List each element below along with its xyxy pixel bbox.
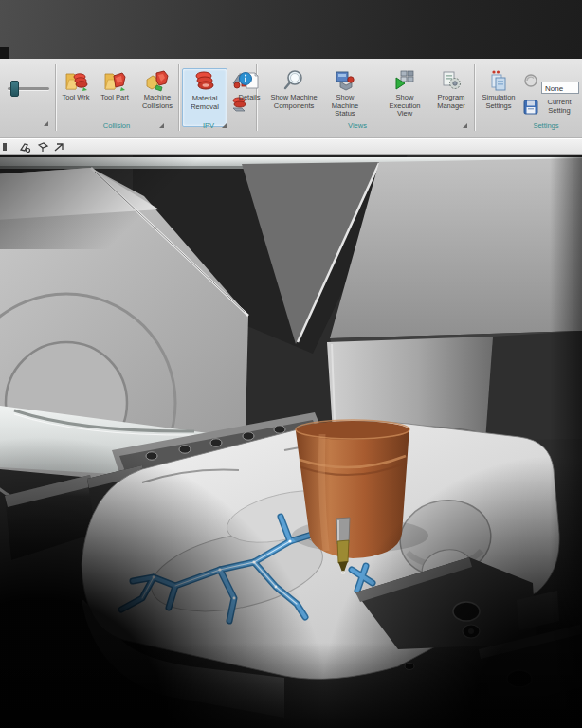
tool-part-button[interactable]: Tool Part: [96, 68, 134, 125]
material-removal-button[interactable]: Material Removal: [182, 68, 227, 127]
view-machine-icon[interactable]: [53, 141, 65, 154]
machine-collisions-icon: [145, 68, 170, 93]
show-machine-status-button[interactable]: Show Machine Status: [322, 68, 368, 125]
simulation-settings-button[interactable]: Simulation Settings: [478, 68, 519, 125]
show-execution-view-label: Show Execution View: [381, 94, 428, 118]
group-divider: [474, 64, 475, 131]
details-label: Details: [239, 94, 261, 102]
reset-setting-icon[interactable]: [522, 72, 539, 89]
program-manager-button[interactable]: Program Manager: [430, 68, 472, 125]
tool-wrk-button[interactable]: Tool Wrk: [57, 68, 95, 125]
program-manager-label: Program Manager: [430, 94, 472, 110]
strip-marker-icon: [2, 141, 8, 153]
simulation-viewport[interactable]: [0, 155, 582, 728]
top-dark-bar: [0, 0, 582, 59]
simulation-speed-slider-handle[interactable]: [10, 81, 19, 97]
simulation-settings-label: Simulation Settings: [478, 94, 519, 110]
slider-group-launcher-icon[interactable]: [44, 121, 48, 126]
program-manager-icon: [439, 68, 464, 93]
machine-collisions-button[interactable]: Machine Collisions: [135, 68, 180, 125]
show-machine-status-icon: [333, 68, 357, 93]
material-removal-icon: [192, 69, 217, 94]
window-tab-notch: [0, 47, 9, 59]
machine-simulation-ribbon: Tool Wrk Tool Part Machine Collisions: [0, 59, 582, 138]
group-divider: [55, 64, 56, 131]
simulation-settings-icon: [486, 68, 511, 93]
settings-group-label: Settings: [512, 121, 580, 130]
details-icon: [237, 68, 262, 93]
tool-part-icon: [102, 68, 127, 93]
tool-part-label: Tool Part: [100, 94, 129, 102]
collision-group-launcher-icon[interactable]: [159, 123, 164, 128]
current-setting-dropdown[interactable]: None: [541, 82, 579, 94]
current-setting-label: Current Setting: [537, 99, 582, 115]
views-group-label: Views: [267, 121, 447, 130]
view-workpiece-icon[interactable]: [37, 141, 49, 154]
machine-collisions-label: Machine Collisions: [135, 94, 180, 110]
show-execution-view-icon: [392, 68, 417, 93]
group-divider: [178, 64, 179, 131]
app-window: Tool Wrk Tool Part Machine Collisions: [0, 0, 582, 728]
ipv-group-label: IPV: [182, 121, 235, 130]
ipv-group-launcher-icon[interactable]: [222, 123, 227, 128]
show-machine-status-label: Show Machine Status: [322, 94, 368, 118]
show-machine-components-label: Show Machine Components: [267, 94, 320, 110]
details-button[interactable]: Details: [233, 68, 265, 125]
show-machine-components-button[interactable]: Show Machine Components: [267, 68, 320, 125]
viewport-quick-toolbar: [0, 138, 582, 155]
show-execution-view-button[interactable]: Show Execution View: [381, 68, 428, 125]
material-removal-label: Material Removal: [183, 95, 227, 111]
show-machine-components-icon: [282, 68, 306, 93]
view-tool-icon[interactable]: [19, 141, 31, 154]
tool-wrk-icon: [64, 68, 88, 93]
machine-scene: [0, 155, 582, 728]
tool-wrk-label: Tool Wrk: [62, 94, 89, 102]
views-group-launcher-icon[interactable]: [463, 123, 467, 128]
